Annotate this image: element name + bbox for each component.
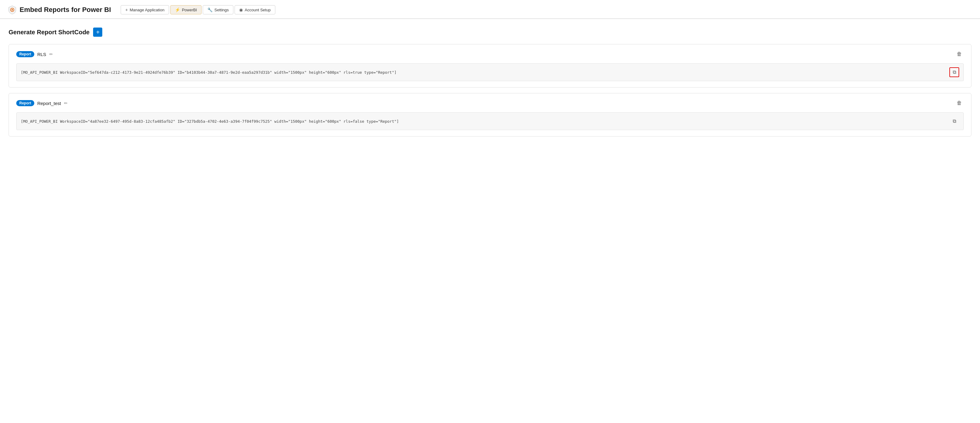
copy-shortcode-rls-button[interactable]: ⧉ xyxy=(950,67,959,77)
account-icon: ◉ xyxy=(239,7,243,12)
add-shortcode-button[interactable]: + xyxy=(93,27,102,37)
report-card-report-test-left: Report Report_test ✏ xyxy=(16,100,68,106)
edit-rls-icon[interactable]: ✏ xyxy=(49,52,53,57)
app-header: Embed Reports for Power BI + Manage Appl… xyxy=(0,0,980,19)
plus-icon: + xyxy=(125,7,128,12)
svg-point-1 xyxy=(12,9,13,11)
tab-manage-application[interactable]: + Manage Application xyxy=(121,5,169,14)
tab-powerbi[interactable]: ⚡ PowerBI xyxy=(170,5,202,14)
shortcode-row-report-test: [MO_API_POWER_BI WorkspaceID="4a87ee32-6… xyxy=(16,112,964,130)
page-heading: Generate Report ShortCode + xyxy=(9,27,971,37)
shortcode-row-rls: [MO_API_POWER_BI WorkspaceID="5ef647da-c… xyxy=(16,63,964,81)
report-badge-report-test: Report xyxy=(16,100,34,106)
report-badge-rls: Report xyxy=(16,51,34,57)
report-name-report-test: Report_test xyxy=(37,101,61,106)
delete-rls-button[interactable]: 🗑 xyxy=(955,51,964,58)
settings-icon: 🔧 xyxy=(207,7,213,12)
report-card-report-test: Report Report_test ✏ 🗑 [MO_API_POWER_BI … xyxy=(9,93,971,136)
tab-powerbi-label: PowerBI xyxy=(182,8,197,12)
shortcode-text-report-test: [MO_API_POWER_BI WorkspaceID="4a87ee32-6… xyxy=(21,119,946,124)
edit-report-test-icon[interactable]: ✏ xyxy=(64,101,68,106)
copy-shortcode-report-test-button[interactable]: ⧉ xyxy=(950,116,959,126)
app-logo-icon xyxy=(7,5,17,15)
report-card-rls-left: Report RLS ✏ xyxy=(16,51,53,57)
page-title: Generate Report ShortCode xyxy=(9,29,89,36)
tab-manage-application-label: Manage Application xyxy=(130,8,164,12)
app-title: Embed Reports for Power BI xyxy=(20,6,111,14)
report-card-rls: Report RLS ✏ 🗑 [MO_API_POWER_BI Workspac… xyxy=(9,44,971,87)
nav-tabs: + Manage Application ⚡ PowerBI 🔧 Setting… xyxy=(121,5,275,14)
delete-report-test-button[interactable]: 🗑 xyxy=(955,100,964,107)
report-card-report-test-header: Report Report_test ✏ 🗑 xyxy=(16,100,964,107)
report-name-rls: RLS xyxy=(37,52,46,57)
tab-account-setup-label: Account Setup xyxy=(245,8,271,12)
powerbi-icon: ⚡ xyxy=(175,7,180,12)
tab-account-setup[interactable]: ◉ Account Setup xyxy=(235,5,275,14)
main-content: Generate Report ShortCode + Report RLS ✏… xyxy=(0,19,980,151)
tab-settings[interactable]: 🔧 Settings xyxy=(203,5,233,14)
shortcode-text-rls: [MO_API_POWER_BI WorkspaceID="5ef647da-c… xyxy=(21,70,946,75)
tab-settings-label: Settings xyxy=(215,8,229,12)
report-card-rls-header: Report RLS ✏ 🗑 xyxy=(16,51,964,58)
